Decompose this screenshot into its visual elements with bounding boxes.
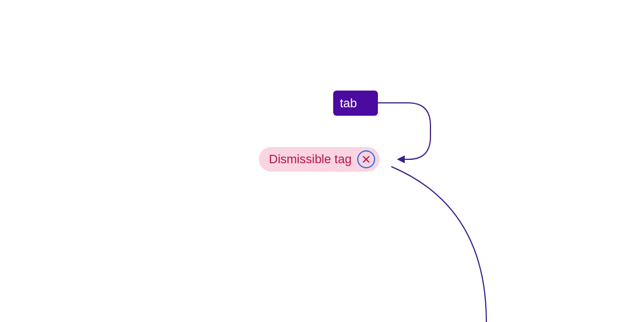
tag-close-button[interactable] bbox=[357, 150, 375, 168]
connector-bottom bbox=[391, 167, 486, 322]
tab-label-text: tab bbox=[340, 96, 357, 111]
tag-label: Dismissible tag bbox=[269, 152, 352, 167]
connector-top bbox=[378, 103, 430, 159]
close-icon bbox=[362, 155, 370, 163]
tab-label-box: tab bbox=[333, 91, 378, 116]
dismissible-tag[interactable]: Dismissible tag bbox=[259, 147, 380, 172]
